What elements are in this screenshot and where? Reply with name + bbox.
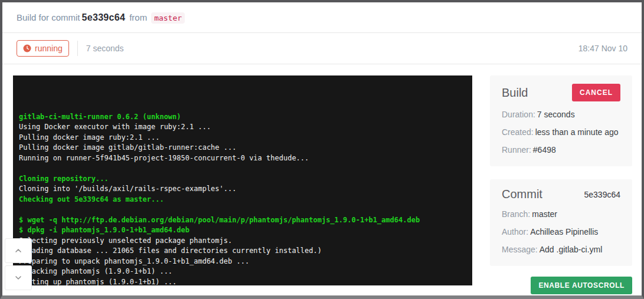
- commit-panel-title: Commit: [502, 188, 542, 201]
- info-label: Author:: [502, 227, 528, 236]
- enable-autoscroll-button[interactable]: ENABLE AUTOSCROLL: [531, 277, 632, 294]
- main-content: gitlab-ci-multi-runner 0.6.2 (unknown)Us…: [2, 64, 642, 285]
- build-panel-head: Build CANCEL: [502, 84, 620, 101]
- log-line: gitlab-ci-multi-runner 0.6.2 (unknown): [19, 112, 466, 123]
- status-badge: running: [17, 40, 69, 57]
- log-line: Pulling docker image ruby:2.1 ...: [19, 133, 466, 143]
- scroll-up-button[interactable]: [5, 238, 32, 263]
- chevron-down-icon: [14, 273, 23, 282]
- log-line: Checking out 5e339c64 as master...: [19, 195, 466, 205]
- commit-sha-short[interactable]: 5e339c64: [584, 190, 620, 199]
- build-sidebar: Build CANCEL Duration:7 seconds Created:…: [490, 75, 632, 285]
- commit-info-row: Message:Add .gitlab-ci.yml: [502, 245, 620, 254]
- info-value: Add .gitlab-ci.yml: [540, 245, 603, 254]
- build-log-terminal[interactable]: gitlab-ci-multi-runner 0.6.2 (unknown)Us…: [13, 75, 472, 285]
- info-value: #6498: [533, 145, 556, 155]
- build-log-lines: gitlab-ci-multi-runner 0.6.2 (unknown)Us…: [19, 81, 466, 285]
- log-line: $ dpkg -i phantomjs_1.9.0-1+b1_amd64.deb: [19, 225, 466, 236]
- info-value: master: [532, 209, 557, 219]
- clock-icon: [23, 44, 31, 52]
- commit-info-row: Author:Achilleas Pipinellis: [502, 227, 620, 236]
- commit-sha: 5e339c64: [82, 12, 126, 22]
- cancel-button[interactable]: CANCEL: [572, 84, 620, 101]
- info-label: Duration:: [502, 110, 535, 119]
- log-line: Preparing to unpack phantomjs_1.9.0-1+b1…: [19, 257, 466, 267]
- log-line: Selecting previously unselected package …: [19, 236, 466, 247]
- build-panel: Build CANCEL Duration:7 seconds Created:…: [490, 75, 632, 166]
- log-line: Pulling docker image gitlab/gitlab-runne…: [19, 143, 466, 153]
- build-info-row: Duration:7 seconds: [502, 110, 620, 119]
- info-value: less than a minute ago: [535, 127, 619, 137]
- log-line: [19, 163, 466, 174]
- build-info-row: Created:less than a minute ago: [502, 127, 620, 137]
- build-timestamp: 18:47 Nov 10: [578, 44, 627, 53]
- commit-info-row: Branch:master: [502, 209, 620, 219]
- log-line: Using Docker executor with image ruby:2.…: [19, 122, 466, 133]
- log-line: Cloning repository...: [19, 174, 466, 185]
- info-label: Created:: [502, 127, 534, 137]
- info-value: Achilleas Pipinellis: [530, 227, 598, 236]
- chevron-up-icon: [14, 246, 23, 255]
- build-panel-rows: Duration:7 seconds Created:less than a m…: [502, 110, 620, 155]
- log-line: [19, 205, 466, 215]
- commit-panel: Commit 5e339c64 Branch:master Author:Ach…: [490, 179, 632, 266]
- branch-link[interactable]: master: [151, 12, 185, 24]
- status-label: running: [35, 44, 63, 53]
- commit-panel-head: Commit 5e339c64: [502, 188, 620, 201]
- build-info-row: Runner:#6498: [502, 145, 620, 155]
- info-label: Message:: [502, 245, 538, 254]
- info-value: 7 seconds: [537, 110, 575, 119]
- log-line: Cloning into '/builds/axil/rails-rspec-e…: [19, 184, 466, 195]
- info-label: Branch:: [502, 209, 530, 219]
- log-line: (Reading database ... 21065 files and di…: [19, 246, 466, 257]
- header-prefix: Build for commit: [17, 12, 80, 22]
- build-page: Build for commit5e339c64frommaster runni…: [0, 0, 644, 299]
- build-panel-title: Build: [502, 86, 528, 100]
- log-line: $ wget -q http://ftp.de.debian.org/debia…: [19, 215, 466, 226]
- header-from-label: from: [129, 12, 147, 22]
- info-label: Runner:: [502, 145, 531, 155]
- status-bar: running 7 seconds 18:47 Nov 10: [2, 33, 642, 64]
- log-line: Running on runner-5f941b45-project-19850…: [19, 153, 466, 164]
- commit-panel-rows: Branch:master Author:Achilleas Pipinelli…: [502, 209, 620, 254]
- build-header: Build for commit5e339c64frommaster: [2, 2, 642, 33]
- build-duration: 7 seconds: [77, 41, 124, 56]
- log-line: Unpacking phantomjs (1.9.0-1+b1) ...: [19, 267, 466, 277]
- log-line: Setting up phantomjs (1.9.0-1+b1) ...: [19, 277, 466, 286]
- scroll-down-button[interactable]: [5, 265, 32, 290]
